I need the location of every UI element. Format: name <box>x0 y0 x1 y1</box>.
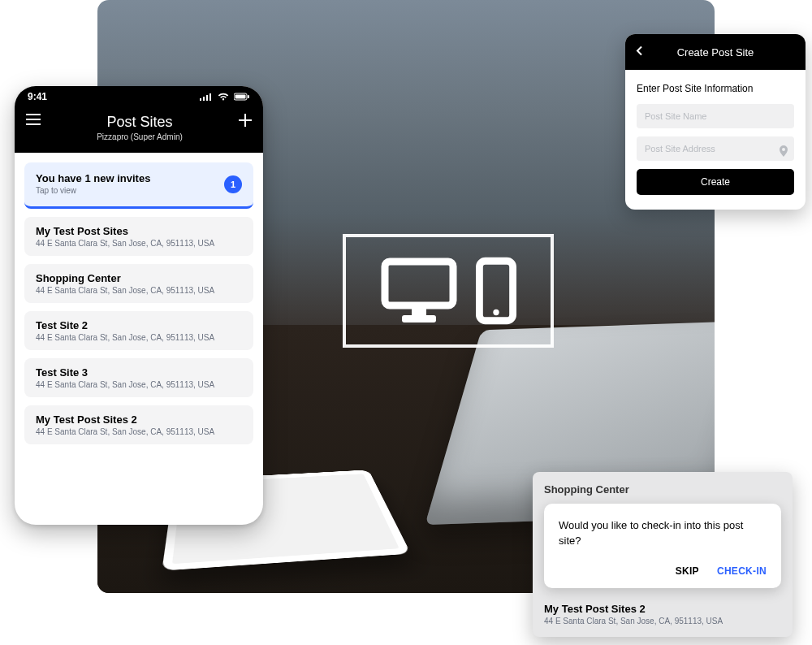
checkin-context-site: Shopping Center <box>544 483 781 496</box>
site-address: 44 E Santa Clara St, San Jose, CA, 95111… <box>36 286 242 295</box>
svg-rect-8 <box>209 93 211 101</box>
post-site-name-input[interactable] <box>637 104 794 128</box>
next-site-preview[interactable]: My Test Post Sites 2 44 E Santa Clara St… <box>544 603 781 626</box>
svg-rect-7 <box>206 95 208 101</box>
create-title: Create Post Site <box>677 46 754 58</box>
status-time: 9:41 <box>28 91 47 102</box>
checkin-panel: Shopping Center Would you like to check-… <box>533 472 793 637</box>
site-name: My Test Post Sites <box>36 225 242 237</box>
menu-button[interactable] <box>26 114 41 128</box>
svg-rect-14 <box>26 123 41 125</box>
invites-count-badge: 1 <box>224 175 242 193</box>
svg-rect-10 <box>235 95 246 99</box>
site-card[interactable]: My Test Post Sites 44 E Santa Clara St, … <box>24 217 253 256</box>
devices-badge <box>343 234 554 348</box>
svg-rect-6 <box>203 97 205 101</box>
plus-icon <box>239 114 252 127</box>
site-card[interactable]: Shopping Center 44 E Santa Clara St, San… <box>24 264 253 303</box>
svg-rect-13 <box>26 119 41 120</box>
desktop-icon <box>380 257 458 325</box>
svg-rect-12 <box>26 114 41 115</box>
svg-rect-1 <box>412 308 426 315</box>
post-sites-phone: 9:41 Post Sites Pizzapro (Super Admin) Y… <box>15 86 263 525</box>
page-title: Post Sites <box>41 114 239 131</box>
site-address: 44 E Santa Clara St, San Jose, CA, 95111… <box>36 427 242 436</box>
signal-icon <box>200 93 213 101</box>
invites-subtitle: Tap to view <box>36 186 242 195</box>
phone-header: Post Sites Pizzapro (Super Admin) <box>15 107 263 153</box>
create-post-site-panel: Create Post Site Enter Post Site Informa… <box>625 34 806 210</box>
create-header: Create Post Site <box>625 34 806 70</box>
phone-icon <box>476 257 516 325</box>
site-card[interactable]: Test Site 3 44 E Santa Clara St, San Jos… <box>24 358 253 397</box>
chevron-left-icon <box>635 45 645 57</box>
battery-icon <box>234 93 250 101</box>
svg-rect-5 <box>200 98 201 101</box>
add-button[interactable] <box>239 114 252 129</box>
site-name: My Test Post Sites 2 <box>544 603 781 615</box>
svg-rect-16 <box>239 119 252 121</box>
site-address: 44 E Santa Clara St, San Jose, CA, 95111… <box>544 617 781 626</box>
site-address: 44 E Santa Clara St, San Jose, CA, 95111… <box>36 380 242 389</box>
post-site-address-input[interactable] <box>637 136 794 161</box>
invites-title: You have 1 new invites <box>36 172 242 184</box>
site-name: Shopping Center <box>36 272 242 284</box>
create-button[interactable]: Create <box>637 169 794 195</box>
svg-rect-0 <box>385 262 453 305</box>
skip-button[interactable]: SKIP <box>676 565 699 577</box>
back-button[interactable] <box>635 45 645 59</box>
checkin-button[interactable]: CHECK-IN <box>717 565 767 577</box>
site-address: 44 E Santa Clara St, San Jose, CA, 95111… <box>36 239 242 248</box>
location-pin-icon <box>780 145 788 160</box>
status-bar: 9:41 <box>15 86 263 107</box>
site-name: Test Site 2 <box>36 319 242 331</box>
site-card[interactable]: My Test Post Sites 2 44 E Santa Clara St… <box>24 405 253 444</box>
site-card[interactable]: Test Site 2 44 E Santa Clara St, San Jos… <box>24 311 253 350</box>
page-subtitle: Pizzapro (Super Admin) <box>41 132 239 141</box>
checkin-dialog: Would you like to check-in into this pos… <box>544 504 781 588</box>
wifi-icon <box>218 93 229 101</box>
invites-banner[interactable]: You have 1 new invites Tap to view 1 <box>24 162 253 209</box>
svg-point-4 <box>493 310 499 315</box>
svg-rect-2 <box>402 315 436 322</box>
svg-rect-11 <box>248 95 249 98</box>
checkin-message: Would you like to check-in into this pos… <box>559 518 767 549</box>
site-name: My Test Post Sites 2 <box>36 413 242 426</box>
site-name: Test Site 3 <box>36 366 242 379</box>
create-section-label: Enter Post Site Information <box>637 83 794 94</box>
hamburger-icon <box>26 114 41 125</box>
site-address: 44 E Santa Clara St, San Jose, CA, 95111… <box>36 333 242 342</box>
